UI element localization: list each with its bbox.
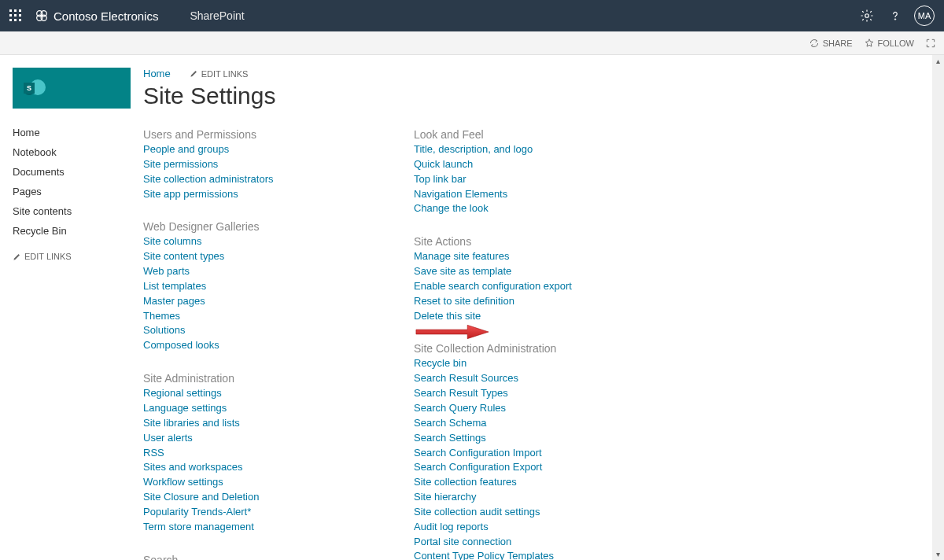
leftnav-edit-links[interactable]: EDIT LINKS — [13, 252, 134, 261]
org-logo-icon — [35, 9, 49, 23]
settings-category: Site AdministrationRegional settingsLang… — [143, 372, 363, 534]
settings-link[interactable]: Sites and workspaces — [143, 460, 363, 475]
settings-link[interactable]: Manage site features — [414, 249, 634, 264]
svg-rect-1 — [14, 9, 17, 12]
settings-link[interactable]: Composed looks — [143, 338, 363, 353]
follow-button[interactable]: FOLLOW — [864, 38, 914, 49]
leftnav-item[interactable]: Notebook — [13, 142, 134, 162]
settings-link[interactable]: Search Configuration Import — [414, 446, 634, 461]
settings-link[interactable]: List templates — [143, 279, 363, 294]
settings-link[interactable]: Master pages — [143, 294, 363, 309]
category-title: Look and Feel — [414, 128, 634, 141]
settings-link[interactable]: Term store management — [143, 520, 363, 535]
settings-link[interactable]: Reset to site definition — [414, 294, 634, 309]
category-title: Site Collection Administration — [414, 342, 634, 355]
settings-link[interactable]: Search Result Sources — [414, 371, 634, 386]
settings-link[interactable]: User alerts — [143, 431, 363, 446]
settings-link[interactable]: Recycle bin — [414, 356, 634, 371]
scroll-down-icon[interactable]: ▾ — [932, 548, 944, 560]
scrollbar[interactable]: ▴ ▾ — [932, 55, 944, 560]
settings-link[interactable]: Navigation Elements — [414, 187, 634, 202]
settings-link[interactable]: Site content types — [143, 249, 363, 264]
settings-icon[interactable] — [853, 0, 881, 31]
leftnav-item[interactable]: Site contents — [13, 201, 134, 221]
category-title: Site Actions — [414, 235, 634, 248]
settings-link[interactable]: Quick launch — [414, 157, 634, 172]
settings-link[interactable]: Audit log reports — [414, 520, 634, 535]
settings-link[interactable]: Top link bar — [414, 172, 634, 187]
leftnav-item[interactable]: Documents — [13, 162, 134, 182]
settings-column: Users and PermissionsPeople and groupsSi… — [143, 128, 363, 560]
settings-link[interactable]: Search Schema — [414, 416, 634, 431]
settings-link[interactable]: Search Query Rules — [414, 401, 634, 416]
settings-link[interactable]: Search Configuration Export — [414, 460, 634, 475]
svg-rect-5 — [19, 14, 21, 17]
edit-links-top[interactable]: EDIT LINKS — [190, 69, 249, 79]
org-name[interactable]: Contoso Electronics — [35, 9, 158, 23]
settings-link[interactable]: Change the look — [414, 201, 634, 216]
category-title: Users and Permissions — [143, 128, 363, 141]
settings-link[interactable]: Title, description, and logo — [414, 142, 634, 157]
settings-link[interactable]: Search Result Types — [414, 386, 634, 401]
user-avatar[interactable]: MA — [914, 6, 935, 26]
leftnav-item[interactable]: Home — [13, 123, 134, 142]
settings-link[interactable]: Content Type Policy Templates — [414, 549, 634, 560]
suite-bar: Contoso Electronics SharePoint MA — [0, 0, 944, 31]
quick-launch-nav: HomeNotebookDocumentsPagesSite contentsR… — [13, 123, 134, 261]
settings-column: Look and FeelTitle, description, and log… — [414, 128, 634, 560]
leftnav-item[interactable]: Pages — [13, 182, 134, 201]
app-launcher-icon[interactable] — [0, 0, 31, 31]
leftnav-item[interactable]: Recycle Bin — [13, 221, 134, 241]
settings-link[interactable]: Site collection administrators — [143, 172, 363, 187]
settings-columns: Users and PermissionsPeople and groupsSi… — [143, 128, 944, 560]
sharepoint-logo-icon: S — [24, 76, 47, 100]
settings-link[interactable]: Language settings — [143, 401, 363, 416]
pencil-icon — [190, 69, 198, 78]
svg-rect-8 — [19, 19, 21, 21]
category-title: Search — [143, 554, 363, 560]
ribbon-bar: SHARE FOLLOW — [0, 31, 944, 55]
settings-link[interactable]: Site libraries and lists — [143, 416, 363, 431]
help-icon[interactable] — [881, 0, 909, 31]
svg-point-12 — [41, 15, 46, 20]
settings-link[interactable]: Portal site connection — [414, 535, 634, 550]
settings-link[interactable]: Site collection audit settings — [414, 505, 634, 520]
pencil-icon — [13, 252, 21, 261]
svg-rect-4 — [14, 14, 17, 17]
scroll-up-icon[interactable]: ▴ — [932, 55, 944, 67]
svg-rect-0 — [9, 9, 12, 12]
settings-link[interactable]: Site columns — [143, 234, 363, 249]
share-button[interactable]: SHARE — [809, 38, 853, 49]
svg-point-14 — [894, 19, 896, 20]
settings-link[interactable]: Popularity Trends-Alert* — [143, 505, 363, 520]
follow-label: FOLLOW — [878, 39, 914, 48]
left-column: S HomeNotebookDocumentsPagesSite content… — [0, 55, 134, 560]
settings-link[interactable]: Site Closure and Deletion — [143, 490, 363, 505]
settings-link[interactable]: Site hierarchy — [414, 490, 634, 505]
app-name[interactable]: SharePoint — [190, 9, 244, 22]
settings-link[interactable]: Regional settings — [143, 386, 363, 401]
settings-link[interactable]: Search Settings — [414, 431, 634, 446]
settings-link[interactable]: Site collection features — [414, 475, 634, 490]
settings-link[interactable]: Site app permissions — [143, 187, 363, 202]
settings-link[interactable]: Themes — [143, 309, 363, 324]
category-title: Web Designer Galleries — [143, 220, 363, 233]
content-area: S HomeNotebookDocumentsPagesSite content… — [0, 55, 944, 560]
share-label: SHARE — [823, 39, 853, 48]
settings-link[interactable]: Solutions — [143, 323, 363, 338]
svg-rect-6 — [9, 19, 12, 21]
settings-link[interactable]: Workflow settings — [143, 475, 363, 490]
settings-link[interactable]: Enable search configuration export — [414, 279, 634, 294]
settings-link[interactable]: Delete this site — [414, 309, 634, 324]
settings-link[interactable]: Site permissions — [143, 157, 363, 172]
site-logo[interactable]: S — [13, 68, 131, 109]
focus-icon — [925, 38, 936, 49]
share-icon — [809, 38, 820, 49]
settings-link[interactable]: Web parts — [143, 264, 363, 279]
settings-link[interactable]: RSS — [143, 446, 363, 461]
svg-rect-3 — [9, 14, 12, 17]
breadcrumb-home[interactable]: Home — [143, 68, 171, 79]
settings-link[interactable]: People and groups — [143, 142, 363, 157]
focus-button[interactable] — [925, 38, 936, 49]
settings-link[interactable]: Save site as template — [414, 264, 634, 279]
